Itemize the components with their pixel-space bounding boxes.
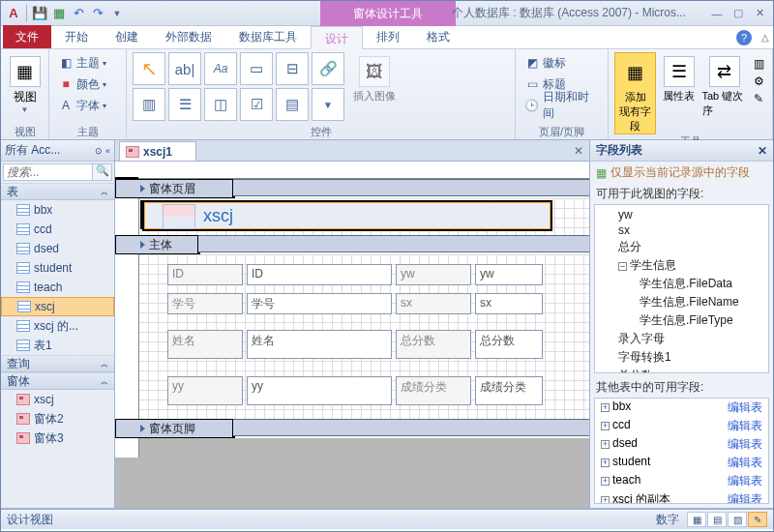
listbox-control-icon[interactable]: ☰ xyxy=(168,88,201,121)
other-table-xsci 的副本[interactable]: +xsci 的副本编辑表 xyxy=(595,490,768,504)
combobox-control-icon[interactable]: ▥ xyxy=(133,88,165,121)
save-icon[interactable]: 💾 xyxy=(31,5,48,22)
nav-table-student[interactable]: student xyxy=(1,258,114,278)
field-总分[interactable]: 总分 xyxy=(597,238,766,256)
field-学生信息.FileData[interactable]: 学生信息.FileData xyxy=(597,275,766,293)
field-yw[interactable]: yw xyxy=(597,207,766,222)
textbox-xingming[interactable]: 姓名 xyxy=(247,330,392,359)
textbox-sx[interactable]: sx xyxy=(475,293,543,314)
fonts-button[interactable]: A字体 ▾ xyxy=(55,95,109,116)
view-button[interactable]: ▦ 视图 ▼ xyxy=(7,52,43,114)
nav-header[interactable]: 所有 Acc... ⊙ « xyxy=(1,140,114,162)
form-title-control[interactable]: xscj xyxy=(144,202,551,229)
show-current-source-link[interactable]: ▦ 仅显示当前记录源中的字段 xyxy=(590,162,773,184)
search-input[interactable] xyxy=(3,163,93,181)
nav-section-forms[interactable]: 窗体︽ xyxy=(1,372,114,390)
label-yy[interactable]: yy xyxy=(167,376,243,405)
nav-table-ccd[interactable]: ccd xyxy=(1,220,114,239)
tab-file[interactable]: 文件 xyxy=(3,25,51,48)
doc-tab-xscj1[interactable]: xscj1 xyxy=(119,141,196,161)
edit-table-link[interactable]: 编辑表 xyxy=(728,473,762,489)
field-学生信息.FileName[interactable]: 学生信息.FileName xyxy=(597,293,766,311)
other-table-bbx[interactable]: +bbx编辑表 xyxy=(595,399,768,417)
edit-table-link[interactable]: 编辑表 xyxy=(728,399,762,416)
form-footer-body[interactable] xyxy=(115,438,589,458)
nav-table-dsed[interactable]: dsed xyxy=(1,239,114,258)
undo-icon[interactable]: ↶ xyxy=(70,5,87,22)
excel-icon[interactable]: ▦ xyxy=(50,5,68,22)
datetime-button[interactable]: 🕒日期和时间 xyxy=(521,95,602,116)
themes-button[interactable]: ◧主题 ▾ xyxy=(55,52,109,74)
field-学生信息.FileType[interactable]: 学生信息.FileType xyxy=(597,311,766,330)
label-xingming[interactable]: 姓名 xyxy=(167,330,243,359)
chart-control-icon[interactable]: ◫ xyxy=(204,88,237,121)
nav-table-表1[interactable]: 表1 xyxy=(1,336,114,355)
other-table-ccd[interactable]: +ccd编辑表 xyxy=(595,417,768,435)
tab-order-button[interactable]: ⇄ Tab 键次序 xyxy=(702,52,748,118)
design-canvas[interactable]: 窗体页眉 xscj 主体 ID ID yw yw xyxy=(115,162,589,508)
tab-design[interactable]: 设计 xyxy=(311,26,363,49)
label-sx[interactable]: sx xyxy=(396,293,471,314)
property-sheet-button[interactable]: ☰ 属性表 xyxy=(660,52,698,103)
image-control-icon[interactable]: ▤ xyxy=(276,88,309,121)
colors-button[interactable]: ■颜色 ▾ xyxy=(55,74,109,95)
checkbox-control-icon[interactable]: ☑ xyxy=(240,88,273,121)
other-table-teach[interactable]: +teach编辑表 xyxy=(595,472,768,490)
tab-database-tools[interactable]: 数据库工具 xyxy=(225,25,311,48)
nav-section-tables[interactable]: 表︽ xyxy=(1,183,114,200)
label-zongfenshu[interactable]: 总分数 xyxy=(396,330,471,359)
textbox-yw[interactable]: yw xyxy=(475,264,543,285)
field-sx[interactable]: sx xyxy=(597,222,766,238)
field-学生信息[interactable]: −学生信息 xyxy=(597,256,766,275)
textbox-id[interactable]: ID xyxy=(247,264,392,285)
nav-table-teach[interactable]: teach xyxy=(1,278,114,297)
nav-form-窗体2[interactable]: 窗体2 xyxy=(1,409,114,429)
convert-macro-icon[interactable]: ✎ xyxy=(751,91,766,106)
subform-icon[interactable]: ▥ xyxy=(751,56,766,72)
collapse-ribbon-icon[interactable]: △ xyxy=(761,32,769,43)
field-字母转换1[interactable]: 字母转换1 xyxy=(597,348,766,367)
doc-close-icon[interactable]: ✕ xyxy=(574,144,583,158)
logo-button[interactable]: ◩徽标 xyxy=(521,52,569,74)
select-control-icon[interactable]: ↖ xyxy=(133,52,165,85)
hyperlink-control-icon[interactable]: 🔗 xyxy=(312,52,344,85)
field-录入字母[interactable]: 录入字母 xyxy=(597,330,766,348)
controls-gallery[interactable]: ↖ ab| Aa ▭ ⊟ 🔗 ▥ ☰ ◫ ☑ ▤ ▼ xyxy=(133,52,344,121)
access-app-icon[interactable]: A xyxy=(5,5,22,22)
view-form-icon[interactable]: ▦ xyxy=(687,512,706,527)
form-header-body[interactable]: xscj xyxy=(115,198,589,235)
field-总分数[interactable]: 总分数 xyxy=(597,367,766,373)
field-list-close-icon[interactable]: ✕ xyxy=(758,144,767,158)
other-table-student[interactable]: +student编辑表 xyxy=(595,454,768,472)
view-design-icon[interactable]: ✎ xyxy=(748,512,767,527)
section-form-header[interactable]: 窗体页眉 xyxy=(115,179,233,198)
nav-section-queries[interactable]: 查询︽ xyxy=(1,355,114,372)
view-layout-icon[interactable]: ▧ xyxy=(728,512,747,527)
nav-form-xscj[interactable]: xscj xyxy=(1,390,114,409)
insert-image-button[interactable]: 🖼 插入图像 xyxy=(348,52,401,103)
label-control-icon[interactable]: Aa xyxy=(204,52,237,85)
code-icon[interactable]: ⚙ xyxy=(751,74,766,89)
label-yw[interactable]: yw xyxy=(396,264,471,285)
textbox-chengjifenlei[interactable]: 成绩分类 xyxy=(475,376,543,405)
tab-external-data[interactable]: 外部数据 xyxy=(152,25,225,48)
other-table-dsed[interactable]: +dsed编辑表 xyxy=(595,435,768,454)
textbox-control-icon[interactable]: ab| xyxy=(168,52,201,85)
add-existing-field-button[interactable]: ▦ 添加 现有字段 xyxy=(614,52,656,134)
nav-form-窗体3[interactable]: 窗体3 xyxy=(1,429,114,448)
section-detail[interactable]: 主体 xyxy=(115,235,198,254)
textbox-zongfenshu[interactable]: 总分数 xyxy=(475,330,543,359)
help-icon[interactable]: ? xyxy=(736,30,752,45)
edit-table-link[interactable]: 编辑表 xyxy=(728,436,762,453)
tab-home[interactable]: 开始 xyxy=(51,25,102,48)
textbox-xuehao[interactable]: 学号 xyxy=(247,293,392,314)
other-tables-list[interactable]: +bbx编辑表+ccd编辑表+dsed编辑表+student编辑表+teach编… xyxy=(594,398,769,504)
restore-button[interactable]: ▢ xyxy=(729,6,748,21)
edit-table-link[interactable]: 编辑表 xyxy=(728,418,762,434)
qat-dropdown-icon[interactable]: ▼ xyxy=(108,5,126,22)
tab-create[interactable]: 创建 xyxy=(102,25,152,48)
form-title-text[interactable]: xscj xyxy=(203,203,550,228)
label-xuehao[interactable]: 学号 xyxy=(167,293,243,314)
tab-format[interactable]: 格式 xyxy=(413,25,463,48)
nav-table-bbx[interactable]: bbx xyxy=(1,200,114,220)
